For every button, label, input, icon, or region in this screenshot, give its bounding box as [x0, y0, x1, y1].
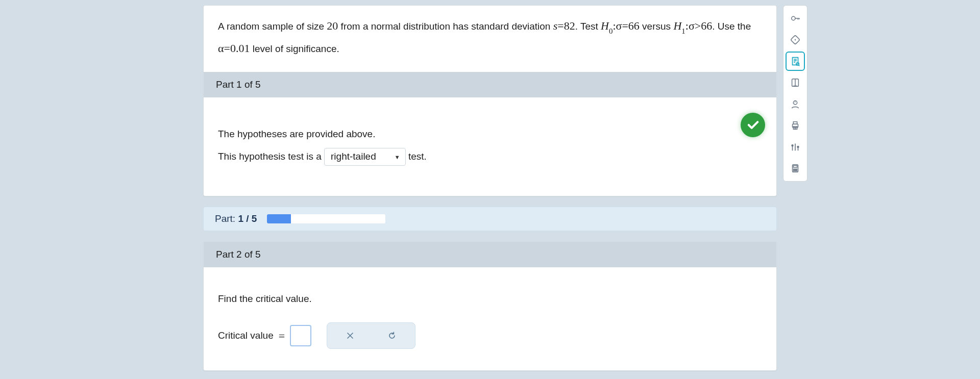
- part1-header: Part 1 of 5: [204, 72, 776, 97]
- part2-card: Part 2 of 5 Find the critical value. Cri…: [203, 241, 777, 371]
- svg-point-13: [793, 169, 794, 170]
- stats-icon[interactable]: [786, 137, 805, 157]
- svg-point-10: [797, 146, 799, 148]
- svg-point-16: [793, 170, 794, 171]
- print-icon[interactable]: [786, 116, 805, 135]
- svg-point-14: [795, 169, 796, 170]
- svg-text:?: ?: [794, 100, 796, 104]
- correct-check-icon: [741, 113, 765, 137]
- svg-rect-7: [793, 122, 797, 124]
- question-text: A random sample of size 20 from a normal…: [204, 6, 776, 72]
- part1-body: The hypotheses are provided above. This …: [204, 97, 776, 185]
- side-toolbar: ?: [783, 5, 807, 182]
- part1-line1: The hypotheses are provided above.: [218, 123, 762, 145]
- svg-point-18: [796, 170, 797, 171]
- notes-icon[interactable]: [786, 52, 805, 71]
- svg-point-9: [792, 145, 793, 146]
- reset-icon[interactable]: [386, 330, 398, 341]
- tail-type-dropdown[interactable]: right-tailed▼: [324, 148, 406, 166]
- svg-point-15: [796, 169, 797, 170]
- svg-rect-12: [793, 166, 797, 168]
- book-icon[interactable]: [786, 73, 805, 92]
- critical-value-input[interactable]: [290, 325, 311, 346]
- svg-point-17: [795, 170, 796, 171]
- chevron-down-icon: ▼: [395, 154, 400, 160]
- part2-prompt: Find the critical value.: [218, 290, 762, 308]
- critical-value-row: Critical value =: [218, 322, 762, 349]
- progress-bar: [267, 214, 385, 223]
- input-actions: [327, 322, 415, 349]
- svg-point-0: [792, 16, 795, 20]
- part2-header: Part 2 of 5: [204, 242, 776, 267]
- question-card: A random sample of size 20 from a normal…: [203, 5, 777, 196]
- key-icon[interactable]: [786, 9, 805, 28]
- refresh-icon[interactable]: [786, 30, 805, 49]
- progress-bar-row: Part: 1 / 5: [203, 207, 777, 231]
- calculator-icon[interactable]: [786, 159, 805, 178]
- help-person-icon[interactable]: ?: [786, 94, 805, 114]
- clear-icon[interactable]: [345, 330, 356, 341]
- part1-line2: This hypothesis test is a right-tailed▼ …: [218, 145, 762, 168]
